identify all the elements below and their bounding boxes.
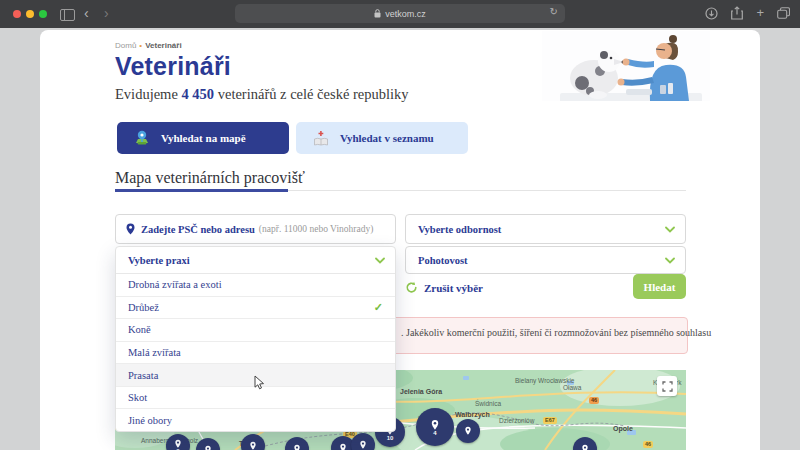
zoom-window-button[interactable] — [39, 10, 47, 18]
map-place-label: Oława — [563, 384, 581, 391]
map-fullscreen-button[interactable] — [657, 376, 677, 396]
tab-search-in-list[interactable]: Vyhledat v seznamu — [296, 122, 468, 154]
road-badge: E67 — [543, 417, 557, 424]
tab-label: Vyhledat na mapě — [161, 132, 246, 144]
lock-icon — [374, 9, 381, 18]
emergency-select[interactable]: Pohotovost — [405, 246, 686, 274]
practice-option-label: Koně — [128, 324, 151, 335]
share-icon[interactable] — [731, 6, 743, 20]
reset-label: Zrušit výběr — [424, 282, 483, 294]
chevron-down-icon — [665, 255, 675, 266]
practice-dropdown-panel: Vyberte praxi Drobná zvířata a exotiDrůb… — [115, 246, 396, 432]
practice-option-label: Drobná zvířata a exoti — [128, 279, 222, 290]
fullscreen-icon — [662, 381, 673, 392]
practice-option[interactable]: Jiné obory — [116, 408, 395, 431]
downloads-icon[interactable] — [705, 7, 718, 20]
location-pin-icon — [126, 223, 135, 235]
practice-label: Vyberte praxi — [128, 255, 190, 266]
forward-button[interactable]: › — [104, 3, 109, 23]
address-bar[interactable]: vetkom.cz ↻ — [235, 4, 565, 23]
section-title: Mapa veterinárních pracovišť — [115, 169, 305, 187]
reload-icon[interactable]: ↻ — [550, 6, 558, 17]
book-cross-icon — [312, 130, 330, 147]
close-window-button[interactable] — [13, 10, 21, 18]
address-input[interactable]: Zadejte PSČ nebo adresu (např. 11000 neb… — [115, 214, 396, 244]
tab-label: Vyhledat v seznamu — [340, 132, 434, 144]
breadcrumb: Domů•Veterináři — [115, 41, 182, 50]
emergency-label: Pohotovost — [418, 255, 468, 266]
pin-glyph-icon — [292, 444, 302, 450]
practice-option-label: Malá zvířata — [128, 347, 181, 358]
tab-search-on-map[interactable]: Vyhledat na mapě — [117, 122, 289, 154]
pin-count: 4 — [433, 430, 436, 436]
subtitle-suffix: veterinářů z celé české republiky — [214, 86, 408, 102]
practice-option-label: Jiné obory — [128, 415, 172, 426]
pin-count: 10 — [387, 435, 394, 441]
map-cluster-pin[interactable]: 4 — [416, 408, 454, 446]
road-badge: 46 — [589, 397, 599, 404]
tab-overview-icon[interactable] — [777, 7, 790, 19]
pin-glyph-icon — [248, 441, 258, 450]
breadcrumb-separator: • — [139, 41, 142, 50]
practice-option[interactable]: Koně — [116, 318, 395, 341]
pin-glyph-icon — [463, 426, 473, 436]
map-place-label: Wałbrzych — [455, 411, 490, 418]
address-hint: (např. 11000 nebo Vinohrady) — [259, 224, 373, 234]
address-label: Zadejte PSČ nebo adresu — [141, 224, 255, 235]
practice-option-label: Prasata — [128, 370, 158, 381]
map-place-label: Opole — [613, 425, 633, 432]
sidebar-toggle-icon[interactable] — [60, 9, 75, 21]
practice-option[interactable]: Drobná zvířata a exoti — [116, 274, 395, 296]
map-place-label: Jelenia Góra — [400, 388, 442, 395]
practice-options-list: Drobná zvířata a exotiDrůbež✓KoněMalá zv… — [116, 274, 395, 431]
practice-option[interactable]: Malá zvířata — [116, 341, 395, 364]
map-place-label: Bielany Wrocławskie — [515, 377, 574, 384]
new-tab-icon[interactable]: + — [756, 6, 764, 20]
map-cluster-pin[interactable] — [456, 419, 480, 443]
search-button[interactable]: Hledat — [633, 274, 686, 299]
refresh-icon — [405, 281, 418, 294]
pin-glyph-icon — [203, 445, 213, 450]
check-icon: ✓ — [374, 301, 383, 314]
url-text: vetkom.cz — [385, 9, 426, 19]
practice-option-label: Drůbež — [128, 302, 159, 313]
specialty-select[interactable]: Vyberte odbornost — [405, 214, 686, 244]
breadcrumb-home[interactable]: Domů — [115, 41, 136, 50]
practice-option-label: Skot — [128, 392, 147, 403]
page-title: Veterináři — [115, 52, 231, 81]
back-button[interactable]: ‹ — [84, 3, 89, 23]
copyright-text: . Jakékoliv komerční použití, šíření či … — [401, 327, 711, 338]
map-place-label: Świdnica — [475, 400, 501, 407]
hero-image-vet-with-dog — [542, 31, 710, 107]
browser-chrome: ‹ › vetkom.cz ↻ + — [0, 0, 800, 28]
subtitle: Evidujeme 4 450 veterinářů z celé české … — [115, 86, 409, 103]
page-content: Domů•Veterináři Veterináři Evidujeme 4 4… — [40, 30, 760, 450]
chevron-down-icon — [375, 255, 385, 266]
pin-glyph-icon — [338, 443, 348, 450]
map-cluster-pin[interactable] — [351, 433, 375, 450]
practice-option[interactable]: Drůbež✓ — [116, 296, 395, 319]
reset-selection-button[interactable]: Zrušit výběr — [405, 281, 483, 294]
practice-select[interactable]: Vyberte praxi — [116, 247, 395, 274]
minimize-window-button[interactable] — [26, 10, 34, 18]
subtitle-prefix: Evidujeme — [115, 86, 181, 102]
map-place-label: Dzierżoniów — [499, 417, 534, 424]
vet-count: 4 450 — [181, 86, 214, 102]
breadcrumb-current: Veterináři — [145, 41, 181, 50]
chevron-down-icon — [665, 224, 675, 235]
pin-glyph-icon — [358, 440, 368, 450]
specialty-label: Vyberte odbornost — [418, 224, 501, 235]
map-pin-stand-icon — [133, 130, 151, 146]
section-active-underline — [115, 189, 288, 192]
mouse-cursor — [252, 375, 266, 391]
road-badge: 46 — [643, 441, 653, 448]
pin-glyph-icon — [580, 444, 590, 450]
